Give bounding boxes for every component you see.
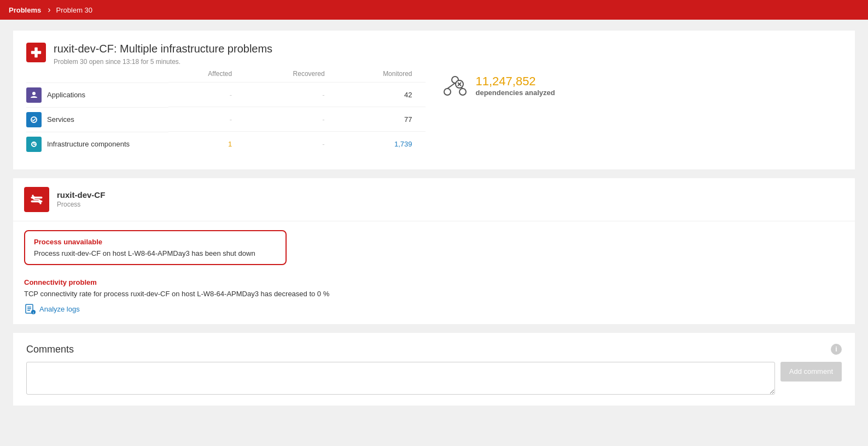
- event-entity-name: ruxit-dev-CF: [57, 190, 105, 199]
- stats-row: Infrastructure components1-1,739: [26, 132, 426, 156]
- stats-monitored: 42: [338, 83, 426, 107]
- event-entity-icon: [24, 187, 49, 212]
- dependencies-section: 11,247,852 dependencies analyzed: [426, 68, 842, 156]
- analyze-logs-link[interactable]: i Analyze logs: [24, 303, 844, 315]
- stats-recovered: -: [245, 107, 338, 132]
- stats-recovered: -: [245, 83, 338, 107]
- problem-header-card: ruxit-dev-CF: Multiple infrastructure pr…: [13, 31, 855, 169]
- col-header-recovered: Recovered: [245, 68, 338, 83]
- stats-affected: -: [168, 107, 245, 132]
- event-body: Process unavailable Process ruxit-dev-CF…: [13, 221, 855, 324]
- alert-message: Process ruxit-dev-CF on host L-W8-64-APM…: [34, 249, 277, 257]
- comments-card: Comments i Add comment: [13, 333, 855, 406]
- comments-info-icon[interactable]: i: [831, 344, 842, 355]
- row-label: Infrastructure components: [47, 140, 130, 148]
- connectivity-message: TCP connectivity rate for process ruxit-…: [24, 290, 844, 298]
- svg-rect-22: [27, 308, 31, 309]
- stats-affected: 1: [168, 132, 245, 156]
- teal-icon: [26, 137, 42, 152]
- breadcrumb-chevron: ›: [48, 5, 50, 15]
- problem-subtitle: Problem 30 open since 13:18 for 5 minute…: [54, 58, 272, 66]
- stats-row-name: Applications: [26, 83, 168, 107]
- stats-left: Affected Recovered Monitored Application…: [26, 68, 426, 156]
- svg-point-18: [32, 195, 34, 197]
- deps-text: 11,247,852 dependencies analyzed: [476, 74, 555, 97]
- stats-row: Services--77: [26, 107, 426, 132]
- svg-rect-21: [27, 307, 31, 308]
- stats-row-name: Services: [26, 107, 168, 132]
- svg-rect-23: [27, 310, 30, 311]
- stats-affected: -: [168, 83, 245, 107]
- row-label: Services: [47, 115, 74, 124]
- stats-monitored: 77: [338, 107, 426, 132]
- connectivity-title: Connectivity problem: [24, 278, 844, 286]
- svg-point-2: [32, 92, 36, 95]
- network-icon: [443, 74, 467, 98]
- add-comment-button[interactable]: Add comment: [780, 362, 842, 382]
- stats-row: Applications--42: [26, 83, 426, 107]
- main-content: ruxit-dev-CF: Multiple infrastructure pr…: [0, 20, 868, 446]
- comment-textarea[interactable]: [26, 362, 775, 395]
- alert-title: Process unavailable: [34, 238, 277, 246]
- svg-point-6: [444, 89, 451, 95]
- event-card: ruxit-dev-CF Process Process unavailable…: [13, 178, 855, 324]
- log-file-icon: i: [25, 304, 36, 315]
- process-unavailable-alert: Process unavailable Process ruxit-dev-CF…: [24, 230, 287, 265]
- cross-icon: [30, 46, 42, 58]
- problem-title-row: ruxit-dev-CF: Multiple infrastructure pr…: [26, 42, 842, 66]
- col-header-name: [26, 68, 168, 83]
- svg-point-19: [39, 202, 42, 204]
- event-header: ruxit-dev-CF Process: [13, 178, 855, 221]
- process-icon: [29, 192, 44, 207]
- blue-icon: [26, 112, 42, 127]
- stats-row-name: Infrastructure components: [26, 132, 168, 156]
- stats-monitored: 1,739: [338, 132, 426, 156]
- stats-split: Affected Recovered Monitored Application…: [26, 68, 842, 156]
- problem-title: ruxit-dev-CF: Multiple infrastructure pr…: [54, 42, 272, 56]
- event-title-section: ruxit-dev-CF Process: [57, 190, 105, 208]
- connectivity-section: Connectivity problem TCP connectivity ra…: [24, 278, 844, 315]
- deps-label: dependencies analyzed: [476, 89, 555, 97]
- nav-current-page: Problem 30: [53, 6, 92, 14]
- col-header-monitored: Monitored: [338, 68, 426, 83]
- comment-input-row: Add comment: [26, 362, 842, 395]
- nav-problems-link[interactable]: Problems: [9, 6, 45, 14]
- deps-container: 11,247,852 dependencies analyzed: [443, 70, 842, 98]
- stats-table: Affected Recovered Monitored Application…: [26, 68, 426, 156]
- svg-rect-1: [31, 51, 41, 54]
- problem-title-text: ruxit-dev-CF: Multiple infrastructure pr…: [54, 42, 272, 66]
- purple-icon: [26, 87, 42, 103]
- stats-recovered: -: [245, 132, 338, 156]
- log-icon: i: [24, 303, 36, 315]
- deps-icon: [443, 74, 467, 98]
- comments-header: Comments i: [26, 344, 842, 355]
- analyze-logs-label: Analyze logs: [39, 305, 80, 313]
- svg-line-8: [447, 83, 455, 89]
- top-navigation-bar: Problems › Problem 30: [0, 0, 868, 20]
- row-label: Applications: [47, 91, 85, 99]
- problem-severity-icon: [26, 43, 46, 62]
- event-entity-type: Process: [57, 201, 105, 208]
- svg-point-7: [459, 89, 466, 95]
- comments-title: Comments: [26, 344, 74, 355]
- col-header-affected: Affected: [168, 68, 245, 83]
- deps-count: 11,247,852: [476, 74, 555, 89]
